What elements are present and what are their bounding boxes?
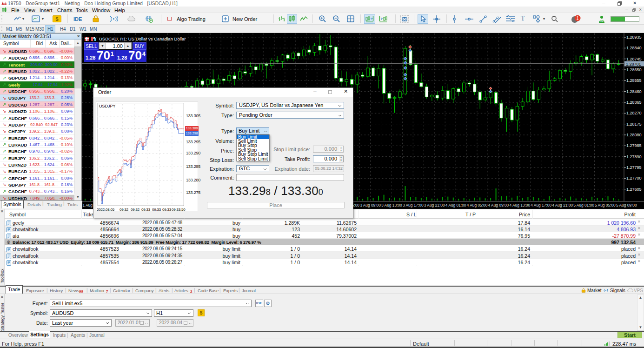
svg-text:1.28935: 1.28935: [626, 35, 642, 40]
svg-text:3 Aug 21:00: 3 Aug 21:00: [424, 203, 445, 207]
svg-text:1.28650: 1.28650: [626, 67, 642, 72]
svg-text:5 Aug 05:00: 5 Aug 05:00: [595, 203, 616, 207]
svg-text:3 Aug 17:00: 3 Aug 17:00: [403, 203, 424, 207]
svg-text:4 Aug 17:00: 4 Aug 17:00: [531, 203, 551, 207]
svg-text:1.28365: 1.28365: [626, 100, 642, 105]
svg-text:USDCAD, H1: US Dollar vs Cana: USDCAD, H1: US Dollar vs Canadian Dollar: [99, 36, 186, 41]
svg-text:1.27795: 1.27795: [626, 165, 642, 170]
svg-text:3 Aug 09:00: 3 Aug 09:00: [360, 203, 381, 207]
svg-text:1.27605: 1.27605: [626, 187, 642, 192]
svg-text:4 Aug 21:00: 4 Aug 21:00: [552, 203, 573, 207]
svg-text:1.28555: 1.28555: [626, 78, 642, 83]
svg-text:5 Aug 09:00: 5 Aug 09:00: [616, 203, 637, 207]
svg-text:1.28745: 1.28745: [626, 57, 642, 61]
svg-text:1.28840: 1.28840: [626, 46, 642, 50]
svg-text:USDJPY: USDJPY: [99, 104, 116, 108]
svg-text:1.27985: 1.27985: [626, 143, 642, 148]
svg-text:1.28270: 1.28270: [626, 111, 642, 115]
svg-text:5 Aug 01:00: 5 Aug 01:00: [573, 203, 594, 207]
svg-text:1.28460: 1.28460: [626, 89, 642, 94]
svg-text:4 Aug 09:00: 4 Aug 09:00: [488, 203, 509, 207]
svg-text:3 Aug 13:00: 3 Aug 13:00: [381, 203, 402, 207]
svg-text:4 Aug 13:00: 4 Aug 13:00: [509, 203, 530, 207]
svg-text:4 Aug 05:00: 4 Aug 05:00: [467, 203, 488, 207]
svg-text:1.28080: 1.28080: [626, 133, 642, 137]
svg-text:1: 1: [576, 16, 579, 21]
svg-text:ML: ML: [600, 20, 604, 22]
svg-text:4 Aug 01:00: 4 Aug 01:00: [445, 203, 466, 207]
svg-text:1.28701: 1.28701: [626, 62, 641, 67]
svg-text:1.28175: 1.28175: [626, 122, 642, 127]
svg-text:1.27890: 1.27890: [626, 154, 642, 159]
svg-text:1.27700: 1.27700: [626, 176, 642, 181]
